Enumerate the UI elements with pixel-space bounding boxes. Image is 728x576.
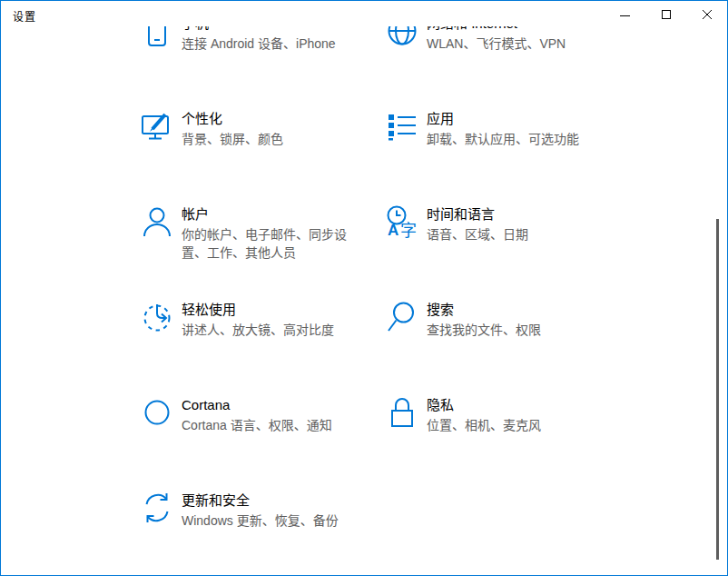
tile-title: 时间和语言: [427, 205, 528, 223]
search-icon: [386, 301, 418, 333]
settings-tile-update-security[interactable]: 更新和安全 Windows 更新、恢复、备份: [141, 470, 386, 565]
settings-tile-privacy[interactable]: 隐私 位置、相机、麦克风: [386, 374, 631, 470]
settings-tile-personalization[interactable]: 个性化 背景、锁屏、颜色: [141, 88, 386, 184]
tile-title: 网络和 Internet: [427, 26, 566, 33]
tile-title: 更新和安全: [182, 492, 339, 510]
tile-title: Cortana: [182, 396, 332, 414]
tile-subtitle: 讲述人、放大镜、高对比度: [182, 321, 334, 339]
tile-title: 帐户: [182, 205, 353, 223]
settings-window: { "window": { "title": "设置" }, "colors":…: [0, 0, 728, 576]
settings-tile-ease-of-access[interactable]: 轻松使用 讲述人、放大镜、高对比度: [141, 279, 386, 374]
cortana-icon: [141, 396, 173, 429]
tile-subtitle: 你的帐户、电子邮件、同步设置、工作、其他人员: [182, 225, 353, 262]
tile-title: 轻松使用: [182, 301, 334, 319]
minimize-button[interactable]: [605, 1, 645, 27]
maximize-button[interactable]: [645, 1, 686, 27]
settings-tile-search[interactable]: 搜索 查找我的文件、权限: [386, 279, 631, 374]
settings-tile-time-language[interactable]: A 字 时间和语言 语音、区域、日期: [386, 184, 631, 279]
update-icon: [141, 492, 173, 524]
svg-text:A: A: [388, 222, 398, 238]
caption-buttons: [605, 1, 727, 27]
tile-title: 个性化: [182, 110, 283, 128]
close-button[interactable]: [686, 1, 727, 27]
time-language-icon: A 字: [386, 205, 418, 238]
title-bar[interactable]: 设置: [1, 1, 727, 26]
settings-tile-cortana[interactable]: Cortana Cortana 语言、权限、通知: [141, 374, 386, 470]
tile-title: 应用: [427, 110, 579, 128]
tile-subtitle: 背景、锁屏、颜色: [182, 130, 283, 148]
ease-of-access-icon: [141, 301, 173, 333]
maximize-icon: [662, 10, 671, 19]
tile-subtitle: Windows 更新、恢复、备份: [182, 511, 339, 530]
settings-grid: 手机 连接 Android 设备、iPhone 网络和 Internet WLA…: [141, 26, 631, 565]
settings-tile-accounts[interactable]: 帐户 你的帐户、电子邮件、同步设置、工作、其他人员: [141, 184, 386, 279]
tile-subtitle: 连接 Android 设备、iPhone: [182, 35, 336, 53]
settings-home-viewport: 手机 连接 Android 设备、iPhone 网络和 Internet WLA…: [1, 26, 727, 575]
settings-tile-phone[interactable]: 手机 连接 Android 设备、iPhone: [141, 26, 386, 88]
window-title: 设置: [13, 8, 36, 24]
globe-icon: [386, 26, 418, 47]
vertical-scrollbar[interactable]: [716, 219, 719, 560]
svg-text:字: 字: [400, 222, 417, 238]
phone-icon: [141, 26, 173, 47]
apps-icon: [386, 110, 418, 143]
tile-subtitle: WLAN、飞行模式、VPN: [427, 35, 566, 53]
privacy-icon: [386, 396, 418, 429]
tile-title: 隐私: [427, 396, 541, 414]
tile-subtitle: 语音、区域、日期: [427, 225, 528, 243]
minimize-icon: [620, 15, 630, 16]
settings-tile-network[interactable]: 网络和 Internet WLAN、飞行模式、VPN: [386, 26, 631, 88]
accounts-icon: [141, 205, 173, 238]
tile-subtitle: 位置、相机、麦克风: [427, 416, 541, 434]
tile-subtitle: 查找我的文件、权限: [427, 321, 541, 339]
tile-subtitle: Cortana 语言、权限、通知: [182, 416, 332, 434]
close-icon: [702, 9, 713, 20]
settings-tile-apps[interactable]: 应用 卸载、默认应用、可选功能: [386, 88, 631, 184]
personalization-icon: [141, 110, 173, 143]
tile-title: 搜索: [427, 301, 541, 319]
tile-title: 手机: [182, 26, 336, 33]
tile-subtitle: 卸载、默认应用、可选功能: [427, 130, 579, 148]
